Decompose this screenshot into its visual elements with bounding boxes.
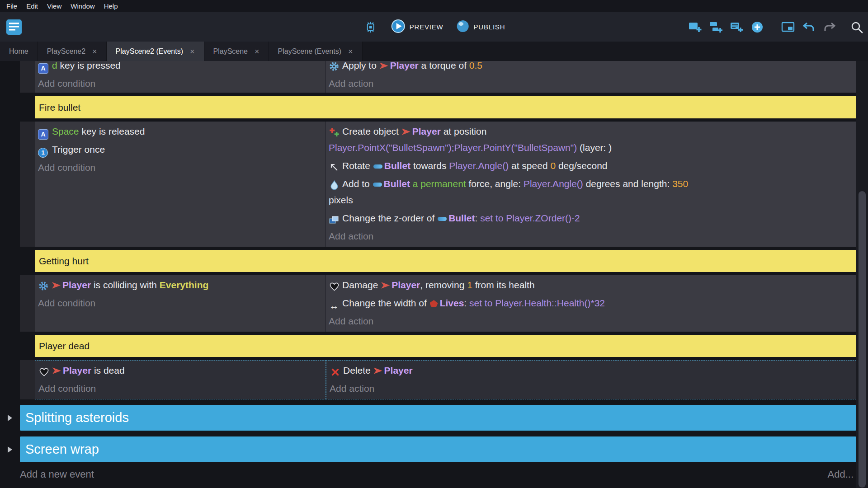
event-drag-handle[interactable] bbox=[20, 122, 35, 247]
lives-icon bbox=[430, 300, 438, 307]
add-subevent-icon[interactable] bbox=[708, 19, 723, 35]
search-icon[interactable] bbox=[849, 19, 864, 35]
publish-icon bbox=[456, 19, 469, 34]
add-comment-icon[interactable] bbox=[729, 19, 744, 35]
player-icon bbox=[381, 282, 390, 289]
vertical-scrollbar[interactable] bbox=[856, 61, 868, 488]
keyboard-key-icon: A bbox=[38, 63, 48, 74]
heart-icon bbox=[38, 367, 49, 378]
bullet-icon bbox=[373, 183, 382, 187]
keyboard-key-icon: A bbox=[38, 129, 48, 140]
actions-cell: Apply to Player a torque of 0.5 Add acti… bbox=[326, 61, 856, 93]
conditions-cell: Ad key is pressed Add condition bbox=[35, 61, 326, 93]
gdevelop-window: File Edit View Window Help PREVIEW PUBLI… bbox=[0, 0, 868, 488]
group-collapse-arrow[interactable] bbox=[0, 415, 20, 421]
group-title: Splitting asteroids bbox=[25, 410, 129, 425]
condition[interactable]: ASpace key is released bbox=[38, 122, 321, 141]
actions-cell: Damage Player, removing 1 from its healt… bbox=[326, 275, 856, 332]
event-group-screen-wrap[interactable]: Screen wrap bbox=[20, 436, 856, 462]
action[interactable]: Change the z-order of Bullet: set to Pla… bbox=[329, 209, 853, 227]
action[interactable]: ↔Change the width of Lives: set to Playe… bbox=[329, 294, 853, 312]
player-icon bbox=[380, 62, 388, 70]
add-more-button[interactable]: Add... bbox=[828, 469, 854, 480]
scrollbar-thumb[interactable] bbox=[859, 191, 866, 488]
tab-label: Home bbox=[9, 47, 28, 56]
event-row: Player is colliding with Everything Add … bbox=[20, 275, 856, 332]
comment-fire-bullet[interactable]: Fire bullet bbox=[35, 96, 856, 118]
action[interactable]: Apply to Player a torque of 0.5 bbox=[329, 61, 853, 75]
add-condition-button[interactable]: Add condition bbox=[38, 380, 322, 398]
add-circle-icon[interactable] bbox=[750, 19, 765, 35]
tab-label: PlayScene2 bbox=[47, 47, 85, 56]
conditions-cell: Player is dead Add condition bbox=[35, 360, 326, 399]
menu-file[interactable]: File bbox=[2, 2, 22, 10]
redo-icon[interactable] bbox=[822, 19, 837, 35]
comment-text: Getting hurt bbox=[39, 256, 89, 267]
add-action-button[interactable]: Add action bbox=[329, 75, 853, 93]
condition[interactable]: Player is colliding with Everything bbox=[38, 276, 321, 294]
event-drag-handle[interactable] bbox=[20, 61, 35, 93]
comment-getting-hurt[interactable]: Getting hurt bbox=[35, 250, 856, 272]
add-action-button[interactable]: Add action bbox=[329, 312, 853, 330]
heart-icon bbox=[329, 282, 340, 292]
conditions-cell: ASpace key is released 1Trigger once Add… bbox=[35, 122, 326, 247]
events-sheet: Ad key is pressed Add condition Apply to… bbox=[0, 61, 856, 488]
event-group-splitting-asteroids[interactable]: Splitting asteroids bbox=[20, 405, 856, 431]
project-manager-icon[interactable] bbox=[5, 18, 24, 36]
tab-label: PlayScene2 (Events) bbox=[116, 47, 183, 56]
preview-play-icon bbox=[391, 19, 406, 35]
tab-playscene[interactable]: PlayScene× bbox=[204, 42, 269, 61]
bullet-icon bbox=[373, 164, 382, 169]
condition[interactable]: 1Trigger once bbox=[38, 141, 321, 159]
actions-cell: Delete Player Add action bbox=[326, 360, 856, 399]
action[interactable]: Add to Bullet a permanent force, angle: … bbox=[329, 175, 853, 209]
action[interactable]: Rotate Bullet towards Player.Angle() at … bbox=[329, 157, 853, 175]
group-row: Splitting asteroids bbox=[0, 405, 856, 431]
menu-view[interactable]: View bbox=[42, 2, 66, 10]
menu-window[interactable]: Window bbox=[66, 2, 99, 10]
player-icon bbox=[374, 367, 382, 375]
tab-close-icon[interactable]: × bbox=[190, 47, 195, 56]
add-condition-button[interactable]: Add condition bbox=[38, 75, 321, 93]
tab-playscene2[interactable]: PlayScene2× bbox=[38, 42, 107, 61]
collision-icon bbox=[38, 281, 49, 291]
add-event-icon[interactable] bbox=[687, 19, 703, 35]
condition[interactable]: Player is dead bbox=[38, 361, 322, 380]
add-new-event-button[interactable]: Add a new event bbox=[20, 469, 94, 480]
tab-close-icon[interactable]: × bbox=[92, 47, 97, 56]
chevron-right-icon bbox=[8, 446, 12, 453]
preview-label: PREVIEW bbox=[410, 23, 443, 31]
event-row: Ad key is pressed Add condition Apply to… bbox=[20, 61, 856, 93]
tab-home[interactable]: Home bbox=[0, 42, 38, 61]
action[interactable]: Create object Player at position Player.… bbox=[329, 122, 853, 157]
comment-text: Player dead bbox=[39, 341, 90, 352]
add-condition-button[interactable]: Add condition bbox=[38, 159, 321, 177]
tab-label: PlayScene bbox=[213, 47, 248, 56]
group-collapse-arrow[interactable] bbox=[0, 446, 20, 453]
edit-scene-icon[interactable] bbox=[780, 19, 796, 35]
event-drag-handle[interactable] bbox=[20, 360, 35, 399]
menu-edit[interactable]: Edit bbox=[22, 2, 42, 10]
action[interactable]: Damage Player, removing 1 from its healt… bbox=[329, 276, 853, 294]
action[interactable]: Delete Player bbox=[330, 361, 852, 380]
tab-playscene-events[interactable]: PlayScene (Events)× bbox=[269, 42, 363, 61]
add-action-button[interactable]: Add action bbox=[329, 227, 853, 245]
comment-player-dead[interactable]: Player dead bbox=[35, 335, 856, 357]
preview-button[interactable]: PREVIEW bbox=[391, 19, 443, 35]
tab-playscene2-events[interactable]: PlayScene2 (Events)× bbox=[107, 42, 204, 61]
publish-button[interactable]: PUBLISH bbox=[456, 19, 505, 34]
event-drag-handle[interactable] bbox=[20, 275, 35, 332]
z-order-icon bbox=[329, 215, 340, 225]
menu-help[interactable]: Help bbox=[99, 2, 123, 10]
debugger-icon[interactable] bbox=[363, 19, 378, 35]
tab-close-icon[interactable]: × bbox=[255, 47, 259, 56]
sheet-footer: Add a new event Add... bbox=[20, 469, 854, 480]
add-action-button[interactable]: Add action bbox=[330, 380, 852, 398]
bullet-icon bbox=[438, 217, 447, 221]
undo-icon[interactable] bbox=[801, 19, 816, 35]
add-condition-button[interactable]: Add condition bbox=[38, 294, 321, 312]
publish-label: PUBLISH bbox=[473, 23, 505, 31]
condition[interactable]: Ad key is pressed bbox=[38, 61, 321, 75]
tab-close-icon[interactable]: × bbox=[348, 47, 353, 56]
group-title: Screen wrap bbox=[25, 442, 99, 457]
